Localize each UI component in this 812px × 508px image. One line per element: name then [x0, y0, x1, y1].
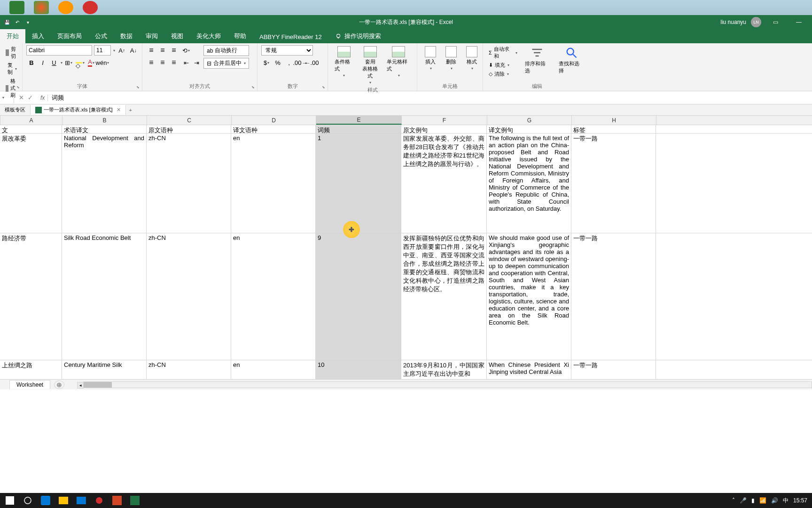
close-tab-icon[interactable]: ✕ [117, 107, 121, 113]
cell-styles-button[interactable]: 单元格样式▾ [384, 45, 413, 79]
tab-page-layout[interactable]: 页面布局 [51, 29, 88, 43]
delete-cells-button[interactable]: 删除▾ [442, 45, 461, 71]
tab-formulas[interactable]: 公式 [88, 29, 114, 43]
decrease-decimal-button[interactable]: ←.00 [306, 57, 317, 68]
desktop-app-icon[interactable] [83, 1, 98, 14]
cell[interactable]: zh-CN [147, 360, 231, 379]
user-name[interactable]: liu nuanyu [720, 19, 746, 25]
align-center-button[interactable]: ≡ [157, 57, 168, 68]
cell[interactable]: 一带一路 [571, 134, 656, 233]
horizontal-scrollbar[interactable]: ◂ ▸ [83, 381, 812, 388]
save-icon[interactable]: 💾 [4, 19, 10, 25]
header-cell[interactable]: 原文语种 [147, 125, 231, 133]
column-header-d[interactable]: D [232, 116, 316, 125]
fill-color-button[interactable]: ◇▾ [75, 57, 85, 68]
ribbon-display-icon[interactable]: ▭ [766, 16, 785, 29]
header-cell[interactable]: 术语译文 [62, 125, 147, 133]
autosum-button[interactable]: Σ自动求和▾ [487, 45, 519, 60]
cell[interactable]: 一带一路 [571, 233, 656, 360]
column-header-h[interactable]: H [572, 116, 656, 125]
dialog-launcher-icon[interactable]: ⬊ [16, 85, 21, 90]
cell[interactable]: 10 [316, 360, 401, 379]
cell[interactable]: 发挥新疆独特的区位优势和向西开放重要窗口作用，深化与中亚、南亚、西亚等国家交流合… [401, 233, 487, 360]
insert-cells-button[interactable]: 插入▾ [421, 45, 440, 71]
number-format-select[interactable]: 常规 [261, 45, 313, 56]
underline-button[interactable]: U [49, 57, 59, 68]
cell[interactable]: zh-CN [147, 134, 231, 233]
column-header-g[interactable]: G [487, 116, 572, 125]
add-tab-button[interactable]: + [126, 107, 135, 113]
worksheet-tab[interactable]: Worksheet [9, 380, 50, 389]
increase-indent-button[interactable]: ⇥ [191, 57, 202, 68]
enter-formula-icon[interactable]: ✓ [28, 94, 33, 101]
cortana-button[interactable] [20, 494, 36, 507]
header-cell[interactable]: 原文例句 [401, 125, 487, 133]
header-cell[interactable]: 译文语种 [231, 125, 316, 133]
cell[interactable]: 一带一路 [571, 360, 656, 379]
decrease-font-icon[interactable]: A↓ [129, 45, 139, 56]
dialog-launcher-icon[interactable]: ⬊ [251, 85, 256, 90]
font-size-input[interactable] [94, 45, 111, 56]
align-left-button[interactable]: ≡ [146, 57, 156, 68]
fx-icon[interactable]: fx [38, 95, 48, 101]
header-cell[interactable]: 译文例句 [487, 125, 571, 133]
battery-icon[interactable]: ▮ [751, 497, 755, 504]
desktop-app-icon[interactable] [58, 1, 73, 14]
scrollbar-thumb[interactable] [84, 382, 112, 388]
align-right-button[interactable]: ≡ [169, 57, 179, 68]
sort-filter-button[interactable]: 排序和筛选 [521, 45, 554, 75]
wrap-text-button[interactable]: ab自动换行 [203, 45, 249, 56]
minimize-button[interactable]: — [789, 16, 808, 29]
cell[interactable]: 9 [316, 233, 401, 360]
format-as-table-button[interactable]: 套用 表格格式▾ [358, 45, 383, 86]
clock[interactable]: 15:57 [793, 497, 807, 504]
edge-button[interactable] [38, 494, 54, 507]
scroll-left-icon[interactable]: ◂ [77, 382, 84, 389]
column-header-b[interactable]: B [62, 116, 147, 125]
cell[interactable]: en [231, 134, 316, 233]
wifi-icon[interactable]: 📶 [759, 497, 766, 504]
align-bottom-button[interactable]: ≡ [169, 45, 179, 56]
cell[interactable]: We should make good use of Xinjiang's ge… [487, 233, 571, 360]
phonetic-button[interactable]: wén▾ [97, 57, 108, 68]
merge-center-button[interactable]: ⊟合并后居中▾ [203, 58, 249, 69]
find-select-button[interactable]: 查找和选择 [555, 45, 587, 75]
cut-button[interactable]: 剪切 [4, 45, 18, 60]
mail-button[interactable] [73, 494, 89, 507]
tab-review[interactable]: 审阅 [139, 29, 164, 43]
format-cells-button[interactable]: 格式▾ [462, 45, 481, 71]
desktop-app-icon[interactable] [34, 1, 49, 14]
cell[interactable]: 国家发展改革委、外交部、商务部28日联合发布了《推动共建丝绸之路经济带和21世纪… [401, 134, 487, 233]
cell[interactable]: zh-CN [147, 233, 231, 360]
file-tab[interactable]: 一带一路术语表.xls [兼容模式] ✕ [31, 105, 126, 115]
user-avatar[interactable]: LN [751, 17, 761, 27]
header-cell[interactable]: 标签 [571, 125, 656, 133]
increase-font-icon[interactable]: A↑ [117, 45, 127, 56]
recording-button[interactable] [91, 494, 107, 507]
tab-data[interactable]: 数据 [114, 29, 139, 43]
template-tab[interactable]: 模板专区 [0, 105, 31, 115]
clear-button[interactable]: ◇清除▾ [487, 70, 519, 78]
cell[interactable]: 展改革委 [0, 134, 62, 233]
cell[interactable]: The following is the full text of an act… [487, 134, 571, 233]
cell[interactable]: 2013年9月和10月，中国国家主席习近平在出访中亚和 [401, 360, 487, 379]
percent-button[interactable]: % [273, 57, 283, 68]
microphone-icon[interactable]: 🎤 [740, 497, 747, 504]
cell[interactable]: National Development and Reform [62, 134, 147, 233]
orientation-button[interactable]: ⟲▾ [181, 45, 191, 56]
tab-help[interactable]: 帮助 [227, 29, 253, 43]
undo-icon[interactable]: ↶ [14, 19, 21, 25]
bold-button[interactable]: B [26, 57, 37, 68]
tab-insert[interactable]: 插入 [25, 29, 51, 43]
column-header-c[interactable]: C [147, 116, 232, 125]
column-header-e[interactable]: E [316, 116, 402, 125]
ime-indicator[interactable]: 中 [783, 497, 789, 505]
font-name-input[interactable] [26, 45, 92, 56]
add-sheet-button[interactable]: ⊕ [54, 381, 64, 389]
excel-button[interactable] [127, 494, 143, 507]
tray-chevron-icon[interactable]: ˄ [732, 497, 735, 504]
cell[interactable]: 路经济带 [0, 233, 62, 360]
border-button[interactable]: ⊞▾ [63, 57, 74, 68]
tab-home[interactable]: 开始 [0, 29, 25, 43]
file-explorer-button[interactable] [55, 494, 71, 507]
